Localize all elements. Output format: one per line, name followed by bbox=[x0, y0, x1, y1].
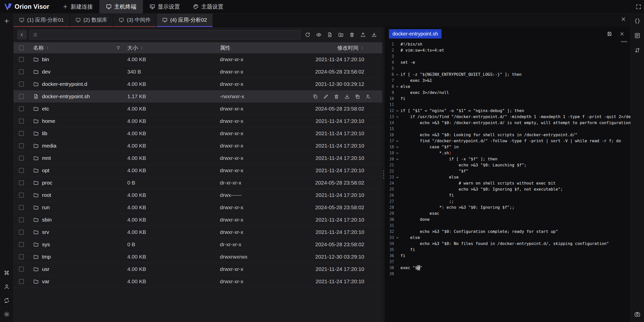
variables-icon[interactable] bbox=[633, 17, 642, 25]
table-row[interactable]: proc0 Bdr-xr-xr-x2024-05-28 23:58:02 bbox=[14, 177, 382, 189]
table-row[interactable]: sys0 Bdr-xr-xr-x2024-05-28 23:58:02 bbox=[14, 238, 382, 251]
fold-chevron-icon[interactable] bbox=[394, 85, 400, 89]
row-checkbox[interactable] bbox=[19, 156, 24, 161]
fold-chevron-icon[interactable] bbox=[394, 109, 400, 113]
row-checkbox[interactable] bbox=[19, 94, 24, 99]
filter-icon[interactable] bbox=[116, 46, 121, 50]
scrollbar-thumb[interactable] bbox=[621, 41, 627, 42]
refresh-button[interactable] bbox=[303, 30, 312, 40]
add-tab-button[interactable] bbox=[213, 14, 225, 27]
duplicate-action-icon[interactable] bbox=[355, 94, 360, 99]
file-name[interactable]: root bbox=[42, 192, 51, 198]
table-row[interactable]: etc4.00 KBdrwxr-xr-x2024-05-28 23:58:02 bbox=[14, 103, 382, 115]
fold-chevron-icon[interactable] bbox=[394, 145, 400, 149]
row-checkbox[interactable] bbox=[19, 242, 24, 247]
screenshot-icon[interactable] bbox=[633, 310, 642, 318]
row-checkbox[interactable] bbox=[19, 193, 24, 198]
row-checkbox[interactable] bbox=[19, 119, 24, 124]
file-name[interactable]: proc bbox=[42, 180, 52, 186]
file-name[interactable]: mnt bbox=[42, 155, 51, 161]
table-row[interactable]: srv4.00 KBdrwxr-xr-x2021-11-24 17:20:10 bbox=[14, 226, 382, 238]
table-row[interactable]: bin4.00 KBdrwxr-xr-x2021-11-24 17:20:10 bbox=[14, 53, 382, 66]
table-row[interactable]: media4.00 KBdrwxr-xr-x2021-11-24 17:20:1… bbox=[14, 140, 382, 152]
sort-lines-icon[interactable] bbox=[633, 46, 642, 54]
fold-chevron-icon[interactable] bbox=[394, 157, 400, 161]
file-name[interactable]: lib bbox=[42, 130, 47, 136]
row-checkbox[interactable] bbox=[19, 205, 24, 210]
fold-chevron-icon[interactable] bbox=[394, 151, 400, 155]
row-checkbox[interactable] bbox=[19, 143, 24, 148]
column-header-name[interactable]: 名称 bbox=[29, 44, 127, 51]
session-tab-4[interactable]: (4) 应用-分析02 bbox=[157, 14, 213, 27]
editor-close-icon[interactable] bbox=[617, 29, 626, 38]
file-name[interactable]: run bbox=[42, 204, 50, 210]
file-name[interactable]: etc bbox=[42, 106, 49, 112]
permission-action-icon[interactable] bbox=[366, 94, 371, 99]
file-name[interactable]: media bbox=[42, 143, 56, 149]
table-row[interactable]: root4.00 KBdrwx------2021-11-24 17:20:10 bbox=[14, 189, 382, 201]
row-checkbox[interactable] bbox=[19, 267, 24, 272]
copy-action-icon[interactable] bbox=[313, 94, 318, 99]
row-checkbox[interactable] bbox=[19, 131, 24, 136]
table-row[interactable]: home4.00 KBdrwxr-xr-x2021-11-24 17:20:10 bbox=[14, 115, 382, 127]
command-form-icon[interactable] bbox=[633, 31, 642, 40]
code-area[interactable]: 1#!/bin/sh2# vim:sw=4:ts=4:et34set -e56i… bbox=[385, 40, 630, 322]
fullscreen-icon[interactable] bbox=[633, 1, 644, 12]
row-checkbox[interactable] bbox=[19, 69, 24, 74]
new-folder-button[interactable] bbox=[336, 30, 346, 40]
file-name[interactable]: srv bbox=[42, 229, 49, 235]
sort-icon[interactable] bbox=[140, 46, 144, 50]
file-name[interactable]: dev bbox=[42, 69, 51, 75]
download-action-icon[interactable] bbox=[344, 94, 350, 99]
row-checkbox[interactable] bbox=[19, 106, 24, 111]
session-tab-1[interactable]: (1) 应用-分析01 bbox=[14, 14, 69, 27]
new-file-button[interactable] bbox=[325, 30, 335, 40]
menu-item-4[interactable]: 主题设置 bbox=[186, 0, 230, 13]
row-checkbox[interactable] bbox=[19, 57, 24, 62]
file-name[interactable]: docker-entrypoint.sh bbox=[42, 93, 90, 99]
session-tab-2[interactable]: (2) 数据库 bbox=[70, 14, 113, 27]
table-row[interactable]: run4.00 KBdrwxr-xr-x2024-05-28 23:58:02 bbox=[14, 201, 382, 214]
select-all-checkbox[interactable] bbox=[19, 45, 24, 50]
transfer-sync-icon[interactable] bbox=[3, 296, 11, 305]
session-tab-3[interactable]: (3) 中间件 bbox=[113, 14, 156, 27]
fold-chevron-icon[interactable] bbox=[394, 175, 400, 179]
fold-chevron-icon[interactable] bbox=[394, 236, 400, 240]
table-row[interactable]: var4.00 KBdrwxr-xr-x2021-11-24 17:20:10 bbox=[14, 275, 382, 288]
row-checkbox[interactable] bbox=[19, 230, 24, 235]
file-name[interactable]: sbin bbox=[42, 217, 52, 223]
trash-action-icon[interactable] bbox=[334, 94, 339, 99]
close-panel-icon[interactable] bbox=[618, 14, 629, 25]
rail-new-connection-button[interactable] bbox=[3, 17, 11, 25]
column-header-size[interactable]: 大小 bbox=[127, 44, 220, 51]
file-name[interactable]: docker-entrypoint.d bbox=[42, 81, 87, 87]
toggle-hidden-files-button[interactable] bbox=[314, 30, 324, 40]
row-checkbox[interactable] bbox=[19, 217, 24, 222]
column-header-mtime[interactable]: 修改时间 bbox=[274, 44, 382, 51]
sort-icon[interactable] bbox=[360, 46, 364, 50]
sort-icon[interactable] bbox=[46, 46, 50, 50]
fold-chevron-icon[interactable] bbox=[394, 139, 400, 143]
row-checkbox[interactable] bbox=[19, 254, 24, 259]
table-row[interactable]: sbin4.00 KBdrwxr-xr-x2021-11-24 17:20:10 bbox=[14, 214, 382, 226]
delete-button[interactable] bbox=[347, 30, 357, 40]
download-button[interactable] bbox=[369, 30, 379, 40]
file-name[interactable]: usr bbox=[42, 266, 49, 272]
app-logo[interactable]: Orion Visor bbox=[4, 3, 49, 11]
row-checkbox[interactable] bbox=[19, 168, 24, 173]
menu-item-3[interactable]: 显示设置 bbox=[143, 0, 186, 13]
table-row[interactable]: usr4.00 KBdrwxr-xr-x2021-11-24 17:20:10 bbox=[14, 263, 382, 275]
table-row[interactable]: lib4.00 KBdrwxr-xr-x2021-11-24 17:20:10 bbox=[14, 127, 382, 140]
file-name[interactable]: opt bbox=[42, 167, 49, 173]
file-name[interactable]: bin bbox=[42, 56, 49, 62]
path-input[interactable] bbox=[40, 32, 297, 38]
fold-chevron-icon[interactable] bbox=[394, 73, 400, 77]
table-row[interactable]: opt4.00 KBdrwxr-xr-x2021-11-24 17:20:10 bbox=[14, 164, 382, 177]
table-row[interactable]: dev340 Bdrwxr-xr-x2024-05-28 23:58:02 bbox=[14, 66, 382, 78]
file-name[interactable]: var bbox=[42, 278, 49, 284]
table-row[interactable]: docker-entrypoint.d4.00 KBdrwxr-xr-x2021… bbox=[14, 78, 382, 90]
edit-action-icon[interactable] bbox=[323, 94, 329, 99]
menu-item-1[interactable]: 新建连接 bbox=[56, 0, 99, 13]
table-row[interactable]: mnt4.00 KBdrwxr-xr-x2021-11-24 17:20:10 bbox=[14, 152, 382, 164]
menu-item-2[interactable]: 主机终端 bbox=[99, 0, 143, 13]
